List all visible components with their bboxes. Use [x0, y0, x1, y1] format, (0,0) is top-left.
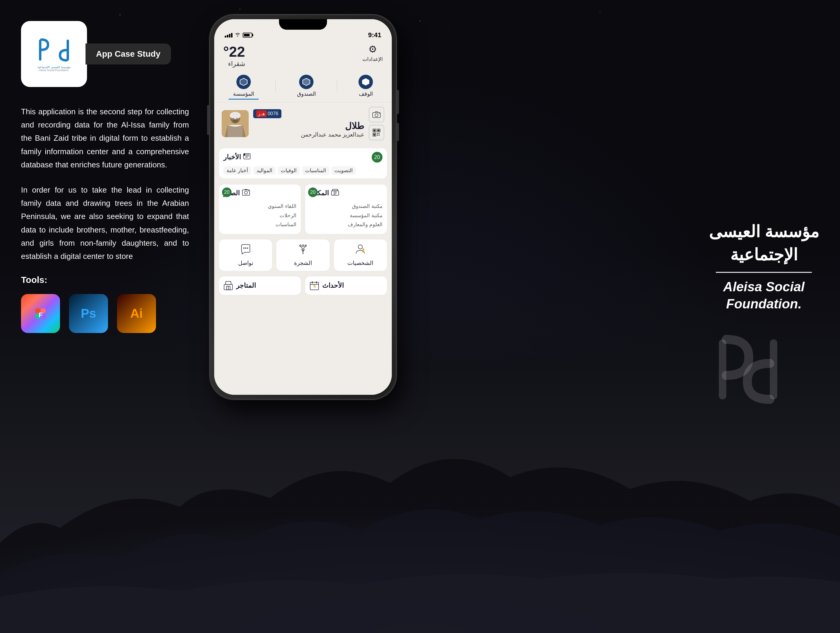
photos-item-1: اللقاء السنوي	[224, 202, 297, 211]
svg-rect-19	[374, 134, 375, 136]
brand-divider	[716, 272, 812, 273]
brand-arabic-line1: مؤسسة العيسى	[709, 220, 819, 243]
description-paragraph-2: In order for us to take the lead in coll…	[21, 183, 189, 263]
events-card[interactable]: الأحداث	[305, 276, 387, 295]
profile-actions	[369, 107, 384, 140]
svg-rect-20	[377, 133, 378, 134]
svg-point-49	[305, 245, 306, 246]
svg-rect-63	[770, 339, 777, 399]
tab-sandooq[interactable]: الصندوق	[292, 73, 321, 99]
tools-row: F Ps Ai	[21, 294, 189, 333]
stores-label: المتاجر	[236, 282, 256, 289]
tab-moassasa-icon	[237, 75, 251, 89]
library-card[interactable]: 20 المكتبة	[305, 184, 387, 234]
qr-code-button[interactable]	[369, 125, 384, 140]
library-photos-row: 20 المكتبة	[219, 184, 387, 234]
svg-text:F: F	[38, 311, 42, 318]
brand-arabic-text: مؤسسة العيسى الإجتماعية	[709, 220, 819, 267]
left-content-panel: مؤسسة العيسى الإجتماعية Aleisa Social Fo…	[21, 21, 189, 333]
news-tag-akhbar[interactable]: أخبار عامة	[224, 166, 251, 175]
signal-bar-1	[225, 36, 226, 38]
degree-symbol: °	[223, 44, 229, 60]
signal-bars-icon	[225, 33, 232, 38]
news-icon	[243, 153, 251, 161]
news-section: 20 الأخبار	[219, 148, 387, 179]
contact-card[interactable]: تواصل	[219, 239, 272, 271]
phone-outer-frame: 9:41	[210, 15, 396, 399]
news-title-text: الأخبار	[224, 153, 241, 161]
settings-button[interactable]: ⚙ الإعدادات	[362, 44, 383, 62]
brand-english-line2: Foundation.	[709, 295, 819, 313]
library-items: مكتبة الصندوق مكتبة المؤسسة العلوم والمع…	[309, 202, 382, 229]
brand-english-line1: Aleisa Social	[709, 278, 819, 295]
stores-card[interactable]: المتاجر	[219, 276, 301, 295]
tab-waqf[interactable]: الوقف	[354, 73, 377, 99]
svg-marker-8	[362, 78, 369, 85]
brand-arabic-line2: الإجتماعية	[709, 243, 819, 267]
tool-figma-icon: F	[21, 294, 60, 333]
tab-sandooq-icon	[299, 75, 314, 89]
signal-bar-4	[231, 33, 232, 38]
svg-point-45	[358, 245, 362, 249]
library-item-2: مكتبة المؤسسة	[309, 211, 382, 221]
events-label: الأحداث	[322, 282, 344, 289]
personalities-card[interactable]: الشخصيات	[333, 239, 387, 271]
bottom-wide-row: الأحداث المتاجر	[219, 276, 387, 295]
signal-bar-2	[227, 35, 228, 38]
svg-point-47	[302, 245, 304, 246]
news-tag-wafayat[interactable]: الوفيات	[278, 166, 300, 175]
stores-icon	[224, 281, 233, 290]
signal-bar-3	[229, 34, 231, 38]
description-paragraph-1: This application is the second step for …	[21, 105, 189, 171]
tools-section: Tools: F Ps Ai	[21, 275, 189, 333]
news-tag-mawaleed[interactable]: المواليد	[254, 166, 275, 175]
svg-rect-36	[243, 154, 245, 156]
news-tags-row: التصويت المناسبات الوفيات المواليد أخبار…	[224, 166, 382, 175]
svg-point-46	[362, 248, 364, 250]
svg-rect-22	[377, 135, 378, 136]
svg-point-57	[314, 285, 315, 286]
top-bar: ⚙ الإعدادات ° 22 شقراء	[214, 41, 392, 71]
profile-avatar	[222, 110, 249, 137]
svg-point-51	[245, 248, 246, 249]
tool-photoshop-icon: Ps	[69, 294, 108, 333]
photos-card[interactable]: 20 الصور	[219, 184, 301, 234]
camera-button[interactable]	[369, 107, 384, 122]
phone-volume-button	[207, 105, 209, 135]
tab-moassasa-label: المؤسسة	[233, 91, 254, 97]
tab-waqf-label: الوقف	[359, 91, 373, 97]
profile-section: 0076 هـ.ز طلال عبدالعزيز محمد عبدالرحمن	[214, 102, 392, 145]
svg-rect-62	[719, 339, 726, 399]
phone-mockup-container: 9:41	[210, 15, 414, 399]
tab-sandooq-label: الصندوق	[297, 91, 316, 97]
bottom-icons-row: الشخصيات	[219, 239, 387, 271]
id-badge: 0076 هـ.ز	[253, 109, 281, 118]
news-tag-tasweet[interactable]: التصويت	[332, 166, 356, 175]
photos-item-3: المناسبات	[224, 220, 297, 229]
logo-english-text: Aleisa Social Foundation.	[39, 69, 69, 72]
svg-point-13	[379, 113, 380, 114]
tree-label: الشجرة	[279, 259, 327, 267]
personalities-label: الشخصيات	[337, 259, 384, 267]
tree-card[interactable]: الشجرة	[276, 239, 330, 271]
svg-rect-17	[378, 129, 379, 131]
settings-label: الإعدادات	[362, 56, 383, 62]
svg-rect-27	[231, 115, 240, 117]
events-icon	[309, 281, 319, 290]
brand-english-text: Aleisa Social Foundation.	[709, 278, 819, 312]
photos-items: اللقاء السنوي الرحلات المناسبات	[224, 202, 297, 229]
library-item-3: العلوم والمعارف	[309, 220, 382, 229]
svg-point-44	[248, 191, 249, 191]
status-icons	[225, 32, 252, 38]
tool-illustrator-icon: Ai	[117, 294, 156, 333]
library-title: المكتبة	[309, 189, 382, 197]
svg-rect-15	[374, 129, 375, 131]
phone-power-button	[396, 90, 399, 114]
brand-logo-large-svg	[710, 328, 818, 412]
id-suffix-badge: هـ.ز	[256, 110, 267, 117]
news-tag-mnasabat[interactable]: المناسبات	[302, 166, 329, 175]
nav-tabs-bar: الوقف الصندوق	[214, 71, 392, 102]
library-count-badge: 20	[308, 188, 318, 197]
photos-icon	[242, 189, 250, 197]
tab-moassasa[interactable]: المؤسسة	[229, 73, 259, 99]
